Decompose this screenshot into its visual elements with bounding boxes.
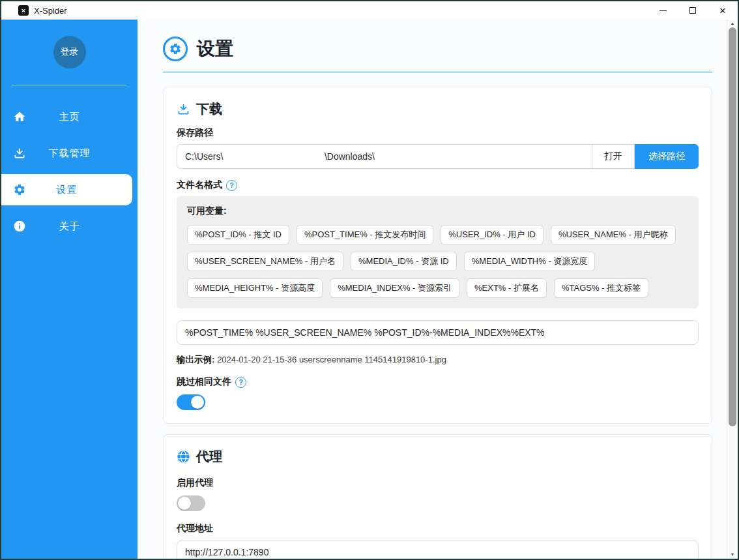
sidebar-item-label: 设置 — [57, 184, 78, 196]
filename-format-label: 文件名格式 ? — [177, 179, 699, 191]
login-button[interactable]: 登录 — [53, 36, 86, 68]
variable-chip[interactable]: %USER_ID% - 用户 ID — [441, 225, 543, 244]
scroll-down-button[interactable]: ▼ — [727, 552, 738, 558]
sidebar-item-settings[interactable]: 设置 — [1, 174, 132, 205]
download-section-header: 下载 — [177, 100, 699, 118]
close-icon: ✕ — [719, 7, 727, 15]
variables-title: 可用变量: — [187, 205, 688, 217]
sidebar-item-download-manager[interactable]: 下载管理 — [1, 138, 138, 169]
page-header: 设置 — [163, 37, 712, 61]
gear-icon — [13, 183, 26, 196]
page-title: 设置 — [197, 37, 233, 61]
variable-chip[interactable]: %USER_SCREEN_NAME% - 用户名 — [187, 252, 343, 271]
proxy-section-title: 代理 — [196, 448, 222, 465]
sidebar-item-label: 主页 — [59, 111, 80, 123]
app-logo-icon: ✕ — [18, 5, 29, 16]
scroll-up-button[interactable]: ▲ — [727, 20, 738, 27]
sidebar-nav: 主页 下载管理 设置 — [1, 101, 138, 247]
sidebar-item-label: 关于 — [59, 220, 80, 233]
enable-proxy-toggle[interactable] — [177, 495, 205, 511]
info-icon — [13, 220, 26, 233]
save-path-row: 打开 选择路径 — [177, 144, 699, 169]
skip-same-label: 跳过相同文件 ? — [177, 376, 699, 388]
proxy-address-input[interactable] — [177, 540, 699, 559]
save-path-input[interactable] — [177, 144, 592, 169]
settings-page-icon — [163, 37, 188, 61]
window-title: X-Spider — [34, 6, 67, 16]
open-button[interactable]: 打开 — [592, 144, 635, 169]
proxy-address-label: 代理地址 — [177, 523, 699, 535]
variable-chip[interactable]: %USER_NAME% - 用户昵称 — [551, 225, 676, 244]
variable-chip[interactable]: %POST_TIME% - 推文发布时间 — [297, 225, 433, 244]
output-example: 输出示例: 2024-01-20 21-15-36 userscreenname… — [177, 354, 699, 366]
maximize-icon — [689, 7, 696, 14]
output-example-label: 输出示例: — [177, 355, 215, 364]
variable-chip[interactable]: %MEDIA_WIDTH% - 资源宽度 — [464, 252, 596, 271]
variables-box: 可用变量: %POST_ID% - 推文 ID %POST_TIME% - 推文… — [177, 196, 699, 308]
variable-chip[interactable]: %TAGS% - 推文标签 — [554, 278, 648, 298]
skip-same-toggle[interactable] — [177, 394, 205, 410]
minimize-button[interactable] — [648, 1, 678, 20]
download-section: 下载 保存路径 打开 选择路径 文件名格式 ? 可用变量: %POST_ID% … — [163, 87, 712, 424]
minimize-icon — [659, 10, 667, 11]
filename-format-input[interactable] — [177, 320, 699, 345]
home-icon — [13, 110, 26, 123]
sidebar-item-home[interactable]: 主页 — [1, 101, 138, 132]
download-section-title: 下载 — [196, 100, 222, 118]
variable-chip[interactable]: %MEDIA_HEIGHT% - 资源高度 — [187, 278, 323, 298]
app-window: ✕ X-Spider ✕ 登录 主页 — [0, 0, 739, 560]
variable-chip[interactable]: %MEDIA_INDEX% - 资源索引 — [330, 278, 459, 298]
main-content: 设置 下载 保存路径 打开 选择路径 文件名格式 ? — [138, 20, 727, 559]
help-icon[interactable]: ? — [235, 377, 246, 388]
sidebar-item-about[interactable]: 关于 — [1, 211, 138, 242]
sidebar-divider — [12, 85, 127, 85]
output-example-value: 2024-01-20 21-15-36 userscreenname 11451… — [217, 355, 446, 364]
skip-same-label-text: 跳过相同文件 — [177, 376, 231, 388]
proxy-section-header: 代理 — [177, 448, 699, 465]
help-icon[interactable]: ? — [226, 180, 237, 191]
filename-format-label-text: 文件名格式 — [177, 179, 222, 191]
toggle-knob — [191, 396, 204, 409]
scroll-thumb[interactable] — [729, 27, 736, 426]
close-button[interactable]: ✕ — [708, 1, 738, 20]
download-icon — [13, 147, 26, 160]
proxy-section: 代理 启用代理 代理地址 — [163, 434, 712, 559]
download-icon — [177, 102, 190, 116]
variable-chips: %POST_ID% - 推文 ID %POST_TIME% - 推文发布时间 %… — [187, 225, 688, 298]
sidebar: 登录 主页 下载管理 — [1, 20, 138, 559]
variable-chip[interactable]: %EXT% - 扩展名 — [467, 278, 547, 298]
maximize-button[interactable] — [678, 1, 708, 20]
globe-icon — [177, 450, 190, 464]
window-controls: ✕ — [648, 1, 738, 20]
titlebar: ✕ X-Spider ✕ — [1, 1, 738, 20]
variable-chip[interactable]: %POST_ID% - 推文 ID — [187, 225, 289, 244]
header-divider — [163, 72, 712, 72]
choose-path-button[interactable]: 选择路径 — [635, 144, 699, 169]
enable-proxy-label: 启用代理 — [177, 477, 699, 489]
sidebar-item-label: 下载管理 — [49, 147, 91, 160]
save-path-label: 保存路径 — [177, 127, 699, 139]
scrollbar[interactable]: ▲ ▼ — [727, 20, 738, 559]
toggle-knob — [178, 497, 191, 510]
variable-chip[interactable]: %MEDIA_ID% - 资源 ID — [351, 252, 457, 271]
